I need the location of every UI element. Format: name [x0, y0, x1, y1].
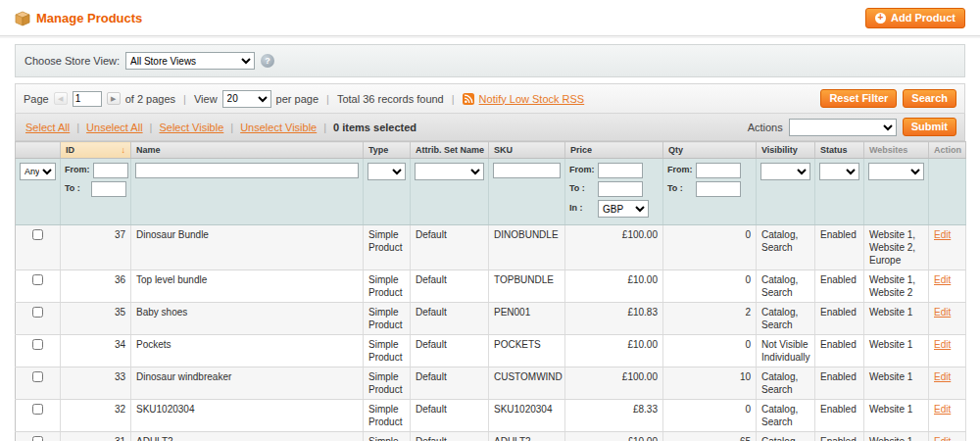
cell-visibility: Catalog, Search	[757, 225, 815, 270]
cell-websites: Website 1	[864, 335, 929, 368]
row-checkbox[interactable]	[32, 436, 43, 441]
total-records-label: Total 36 records found	[337, 93, 444, 105]
cell-websites: Website 1	[864, 432, 929, 441]
product-row[interactable]: 34 Pockets Simple Product Default POCKET…	[16, 335, 966, 368]
row-checkbox[interactable]	[32, 307, 43, 318]
select-all-link[interactable]: Select All	[25, 122, 70, 133]
cell-attrib-set: Default	[411, 400, 489, 432]
product-row[interactable]: 33 Dinosaur windbreaker Simple Product D…	[16, 368, 966, 400]
visibility-filter-select[interactable]	[760, 163, 810, 180]
per-page-select[interactable]: 20	[222, 90, 271, 108]
cell-websites: Website 1	[864, 400, 929, 432]
row-checkbox[interactable]	[32, 229, 43, 240]
cell-visibility: Not Visible Individually	[757, 335, 815, 368]
col-header-id[interactable]: ID ↓	[61, 142, 131, 159]
websites-filter-select[interactable]	[868, 163, 924, 180]
col-header-name[interactable]: Name	[131, 142, 364, 159]
price-to-label: To :	[569, 183, 595, 195]
separator: |	[326, 93, 329, 105]
cell-type: Simple Product	[364, 303, 411, 335]
status-filter-select[interactable]	[819, 163, 859, 180]
col-header-qty[interactable]: Qty	[663, 142, 757, 159]
col-header-attrib-set[interactable]: Attrib. Set Name	[411, 142, 489, 159]
product-row[interactable]: 37 Dinosaur Bundle Simple Product Defaul…	[16, 225, 966, 270]
cell-websites: Website 1	[864, 368, 929, 400]
cell-id: 36	[61, 270, 131, 303]
cell-qty: 65	[663, 432, 757, 441]
edit-link[interactable]: Edit	[934, 339, 951, 350]
cell-price: £10.83	[565, 303, 663, 335]
price-from-input[interactable]	[598, 163, 643, 178]
edit-link[interactable]: Edit	[934, 371, 951, 382]
id-from-input[interactable]	[93, 163, 128, 178]
reset-filter-button[interactable]: Reset Filter	[820, 89, 897, 108]
page-input[interactable]	[73, 91, 102, 107]
any-select[interactable]: Any	[20, 163, 56, 180]
price-to-input[interactable]	[598, 181, 643, 197]
product-row[interactable]: 36 Top level bundle Simple Product Defau…	[16, 270, 966, 303]
cell-status: Enabled	[815, 303, 864, 335]
items-selected-count: 0 items selected	[333, 122, 416, 133]
low-stock-rss-link[interactable]: Notify Low Stock RSS	[479, 93, 585, 105]
edit-link[interactable]: Edit	[934, 307, 951, 318]
col-header-price[interactable]: Price	[565, 142, 663, 159]
cell-name: Top level bundle	[131, 270, 364, 303]
cell-sku: SKU1020304	[489, 400, 565, 432]
cell-sku: POCKETS	[489, 335, 565, 368]
store-view-select[interactable]: All Store Views	[125, 52, 255, 70]
row-checkbox[interactable]	[32, 371, 43, 382]
qty-from-label: From:	[667, 165, 693, 176]
price-currency-select[interactable]: GBP	[598, 200, 649, 218]
next-page-button[interactable]: ▶	[107, 92, 121, 105]
name-filter-input[interactable]	[135, 163, 359, 178]
cell-name: SKU1020304	[131, 400, 364, 432]
search-button[interactable]: Search	[903, 89, 956, 108]
prev-page-button[interactable]: ◀	[54, 92, 68, 105]
page-title: Manage Products	[36, 11, 142, 25]
cell-id: 33	[61, 368, 131, 400]
id-to-input[interactable]	[91, 181, 126, 197]
cell-visibility: Catalog, Search	[757, 432, 815, 441]
row-checkbox[interactable]	[32, 274, 43, 285]
actions-select[interactable]	[789, 119, 897, 136]
col-header-sku[interactable]: SKU	[489, 142, 565, 159]
add-product-button[interactable]: + Add Product	[865, 8, 965, 28]
massaction-controls: Actions Submit	[748, 118, 956, 136]
product-row[interactable]: 31 ADULT2 Simple Product Default ADULT2 …	[16, 432, 966, 441]
unselect-all-link[interactable]: Unselect All	[86, 122, 142, 133]
cell-attrib-set: Default	[411, 303, 489, 335]
edit-link[interactable]: Edit	[934, 404, 951, 415]
cell-name: ADULT2	[131, 432, 364, 441]
type-filter-select[interactable]	[368, 163, 406, 180]
cell-status: Enabled	[815, 270, 864, 303]
products-grid: ID ↓ Name Type Attrib. Set Name SKU Pric…	[15, 141, 966, 441]
cell-id: 32	[61, 400, 131, 432]
help-icon[interactable]: ?	[261, 54, 274, 68]
edit-link[interactable]: Edit	[934, 436, 951, 441]
col-header-visibility[interactable]: Visibility	[757, 142, 815, 159]
cell-price: £10.00	[565, 335, 663, 368]
grid-filter-row: Any From: To : From: To : In : GBP	[16, 159, 966, 225]
cell-qty: 2	[663, 303, 757, 335]
qty-from-input[interactable]	[696, 163, 741, 178]
product-row[interactable]: 32 SKU1020304 Simple Product Default SKU…	[16, 400, 966, 432]
submit-button[interactable]: Submit	[903, 118, 956, 136]
grid-body: 37 Dinosaur Bundle Simple Product Defaul…	[16, 225, 966, 441]
col-header-type[interactable]: Type	[364, 142, 411, 159]
row-checkbox[interactable]	[32, 404, 43, 415]
attrib-set-filter-select[interactable]	[415, 163, 484, 180]
edit-link[interactable]: Edit	[934, 274, 951, 285]
col-header-status[interactable]: Status	[815, 142, 864, 159]
edit-link[interactable]: Edit	[934, 229, 951, 240]
product-row[interactable]: 35 Baby shoes Simple Product Default PEN…	[16, 303, 966, 335]
cell-type: Simple Product	[364, 432, 411, 441]
qty-to-input[interactable]	[696, 181, 741, 197]
select-visible-link[interactable]: Select Visible	[159, 122, 223, 133]
cell-type: Simple Product	[364, 335, 411, 368]
massaction-bar: Select All | Unselect All | Select Visib…	[15, 114, 965, 141]
unselect-visible-link[interactable]: Unselect Visible	[240, 122, 317, 133]
products-grid-wrap: ID ↓ Name Type Attrib. Set Name SKU Pric…	[15, 141, 965, 441]
row-checkbox[interactable]	[32, 339, 43, 350]
sku-filter-input[interactable]	[493, 163, 561, 178]
grid-toolbar: Page ◀ ▶ of 2 pages | View 20 per page |…	[15, 83, 965, 114]
